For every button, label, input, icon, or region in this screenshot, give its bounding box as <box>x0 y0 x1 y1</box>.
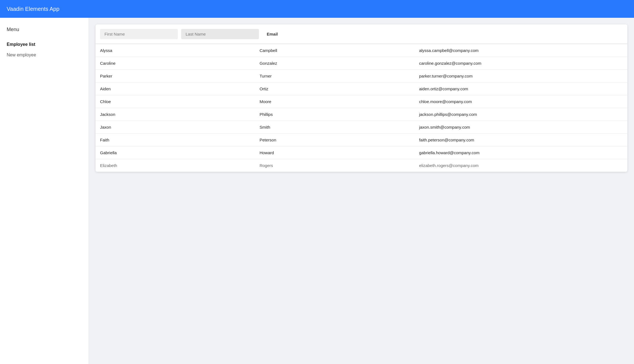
sidebar-menu-label: Menu <box>0 22 89 39</box>
cell-last-name: Campbell <box>255 44 415 57</box>
table-row[interactable]: ParkerTurnerparker.turner@company.com <box>96 70 627 83</box>
cell-first-name: Elizabeth <box>96 159 255 172</box>
cell-email: faith.peterson@company.com <box>415 134 627 146</box>
table-row[interactable]: ElizabethRogerselizabeth.rogers@company.… <box>96 159 627 172</box>
cell-email: caroline.gonzalez@company.com <box>415 57 627 70</box>
cell-first-name: Jaxon <box>96 121 255 134</box>
last-name-input[interactable] <box>181 29 259 39</box>
filter-row: Email <box>96 24 627 44</box>
cell-first-name: Gabriella <box>96 146 255 159</box>
cell-last-name: Howard <box>255 146 415 159</box>
cell-email: gabriella.howard@company.com <box>415 146 627 159</box>
main-layout: Menu Employee list New employee Email Al… <box>0 18 634 364</box>
table-row[interactable]: JaxonSmithjaxon.smith@company.com <box>96 121 627 134</box>
table-row[interactable]: GabriellaHowardgabriella.howard@company.… <box>96 146 627 159</box>
sidebar-item-employee-list[interactable]: Employee list <box>0 39 89 50</box>
cell-email: parker.turner@company.com <box>415 70 627 83</box>
cell-last-name: Ortiz <box>255 83 415 95</box>
cell-last-name: Moore <box>255 95 415 108</box>
cell-email: elizabeth.rogers@company.com <box>415 159 627 172</box>
sidebar-item-new-employee[interactable]: New employee <box>0 50 89 60</box>
cell-first-name: Alyssa <box>96 44 255 57</box>
table-row[interactable]: CarolineGonzalezcaroline.gonzalez@compan… <box>96 57 627 70</box>
table-row[interactable]: AidenOrtizaiden.ortiz@company.com <box>96 83 627 95</box>
content-area: Email AlyssaCampbellalyssa.campbell@comp… <box>89 18 634 364</box>
cell-last-name: Smith <box>255 121 415 134</box>
employee-tbody: AlyssaCampbellalyssa.campbell@company.co… <box>96 44 627 172</box>
cell-last-name: Phillips <box>255 108 415 121</box>
app-title: Vaadin Elements App <box>7 6 59 12</box>
cell-first-name: Caroline <box>96 57 255 70</box>
cell-email: aiden.ortiz@company.com <box>415 83 627 95</box>
cell-last-name: Gonzalez <box>255 57 415 70</box>
cell-email: chloe.moore@company.com <box>415 95 627 108</box>
cell-first-name: Faith <box>96 134 255 146</box>
cell-first-name: Jackson <box>96 108 255 121</box>
employee-table: AlyssaCampbellalyssa.campbell@company.co… <box>96 44 627 172</box>
app-header: Vaadin Elements App <box>0 0 634 18</box>
cell-last-name: Turner <box>255 70 415 83</box>
sidebar: Menu Employee list New employee <box>0 18 89 364</box>
cell-first-name: Aiden <box>96 83 255 95</box>
table-row[interactable]: FaithPetersonfaith.peterson@company.com <box>96 134 627 146</box>
cell-first-name: Chloe <box>96 95 255 108</box>
table-row[interactable]: JacksonPhillipsjackson.phillips@company.… <box>96 108 627 121</box>
cell-last-name: Rogers <box>255 159 415 172</box>
table-row[interactable]: ChloeMoorechloe.moore@company.com <box>96 95 627 108</box>
cell-first-name: Parker <box>96 70 255 83</box>
table-row[interactable]: AlyssaCampbellalyssa.campbell@company.co… <box>96 44 627 57</box>
email-column-header: Email <box>262 32 623 36</box>
cell-email: jaxon.smith@company.com <box>415 121 627 134</box>
cell-email: jackson.phillips@company.com <box>415 108 627 121</box>
first-name-input[interactable] <box>100 29 178 39</box>
cell-last-name: Peterson <box>255 134 415 146</box>
cell-email: alyssa.campbell@company.com <box>415 44 627 57</box>
employee-card: Email AlyssaCampbellalyssa.campbell@comp… <box>96 24 627 172</box>
